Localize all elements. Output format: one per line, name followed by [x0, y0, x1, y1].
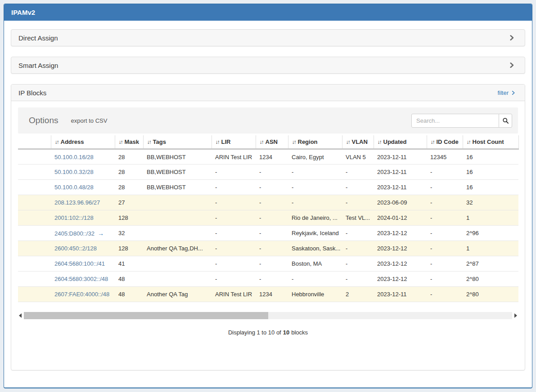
column-header-host-count[interactable]: ↓↑Host Count: [463, 135, 518, 149]
chevron-right-icon: [509, 35, 515, 41]
table-row: 2604:5680:3002::/4848----2023-12-12-2^80: [18, 272, 518, 287]
column-header-lir[interactable]: ↓↑LIR: [212, 135, 256, 149]
column-header-asn[interactable]: ↓↑ASN: [256, 135, 288, 149]
sort-icon: ↓↑: [467, 139, 470, 145]
address-link[interactable]: 2405:D800::/32: [54, 230, 95, 237]
spacer-cell: [18, 210, 51, 226]
cell-region: Saskatoon, Sask...: [288, 241, 342, 256]
search-button[interactable]: [499, 114, 512, 128]
column-label: ASN: [266, 138, 278, 145]
column-header-vlan[interactable]: ↓↑VLAN: [342, 135, 374, 149]
address-link[interactable]: 50.100.0.16/28: [54, 154, 94, 160]
horizontal-scrollbar[interactable]: [18, 312, 518, 319]
cell-host-count: 16: [463, 180, 518, 195]
app-window: IPAMv2 Direct Assign Smart Assign IP Blo…: [4, 4, 532, 388]
filter-label: filter: [497, 89, 509, 96]
cell-host-count: 1: [463, 210, 518, 226]
cell-updated: 2024-01-12: [374, 210, 427, 226]
cell-host-count: 1: [463, 241, 518, 256]
smart-assign-title: Smart Assign: [18, 62, 58, 69]
ip-blocks-table-body: 50.100.0.16/2828BB,WEBHOSTARIN Test LIR1…: [18, 149, 518, 302]
ip-blocks-table: ↓↑Address ↓↑Mask ↓↑Tags ↓↑LIR ↓↑ASN ↓↑Re…: [18, 135, 519, 302]
address-link[interactable]: 2607:FAE0:4000::/48: [54, 291, 109, 298]
table-row: 208.123.96.96/2727----2023-06-09-32: [18, 195, 518, 210]
cell-updated: 2023-12-12: [374, 272, 427, 287]
spacer-cell: [18, 165, 51, 180]
spacer-cell: [18, 256, 51, 272]
cell-host-count: 2^80: [463, 287, 518, 302]
cell-mask: 32: [115, 226, 143, 241]
column-header-region[interactable]: ↓↑Region: [288, 135, 342, 149]
cell-address: 2001:102::/128: [51, 210, 115, 226]
cell-mask: 28: [115, 149, 143, 165]
cell-vlan: Test VL...: [342, 210, 374, 226]
cell-updated: 2023-12-11: [374, 165, 427, 180]
cell-updated: 2023-12-12: [374, 226, 427, 241]
search-input[interactable]: [411, 114, 499, 128]
direct-assign-panel[interactable]: Direct Assign: [11, 29, 525, 46]
address-link[interactable]: 208.123.96.96/27: [54, 199, 100, 206]
cell-asn: -: [256, 226, 288, 241]
cell-vlan: -: [342, 256, 374, 272]
cell-updated: 2023-12-12: [374, 241, 427, 256]
scrollbar-track[interactable]: [24, 312, 512, 319]
cell-mask: 41: [115, 256, 143, 272]
address-link[interactable]: 2001:102::/128: [54, 214, 94, 221]
cell-lir: ARIN Test LIR: [212, 149, 256, 165]
app-body: Direct Assign Smart Assign IP Blocks fil…: [4, 21, 532, 384]
table-row: 50.100.0.16/2828BB,WEBHOSTARIN Test LIR1…: [18, 149, 518, 165]
address-link[interactable]: 50.100.0.48/28: [54, 184, 94, 191]
sort-icon: ↓↑: [216, 139, 219, 145]
cell-asn: 1234: [256, 149, 288, 165]
address-link[interactable]: 2600:450::2/128: [54, 245, 97, 252]
column-header-address[interactable]: ↓↑Address: [51, 135, 115, 149]
cell-host-count: 2^80: [463, 272, 518, 287]
column-label: Address: [61, 138, 84, 145]
cell-id-code: 12345: [427, 149, 463, 165]
sort-icon: ↓↑: [260, 139, 263, 145]
cell-lir: -: [212, 256, 256, 272]
cell-tags: BB,WEBHOST: [143, 180, 212, 195]
smart-assign-panel[interactable]: Smart Assign: [11, 57, 525, 74]
cell-region: -: [288, 272, 342, 287]
address-link[interactable]: 2604:5680:3002::/48: [54, 276, 108, 282]
cell-vlan: -: [342, 272, 374, 287]
cell-updated: 2023-12-11: [374, 180, 427, 195]
table-row: 50.100.0.48/2828BB,WEBHOST----2023-12-11…: [18, 180, 518, 195]
search-icon: [502, 117, 509, 124]
scrollbar-thumb[interactable]: [24, 312, 268, 319]
cell-updated: 2023-12-11: [374, 149, 427, 165]
cell-vlan: -: [342, 165, 374, 180]
cell-address: 2600:450::2/128: [51, 241, 115, 256]
cell-id-code: -: [427, 180, 463, 195]
cell-id-code: -: [427, 210, 463, 226]
address-link[interactable]: 50.100.0.32/28: [54, 169, 94, 175]
column-label: ID Code: [437, 138, 459, 145]
column-label: Updated: [383, 138, 407, 145]
cell-id-code: -: [427, 241, 463, 256]
cell-id-code: -: [427, 226, 463, 241]
sort-icon: ↓↑: [119, 139, 122, 145]
column-header-updated[interactable]: ↓↑Updated: [374, 135, 427, 149]
table-row: 2600:450::2/128128Another QA Tag,DH...--…: [18, 241, 518, 256]
cell-tags: BB,WEBHOST: [143, 149, 212, 165]
cell-lir: -: [212, 165, 256, 180]
chevron-right-icon: [509, 62, 515, 68]
column-header-tags[interactable]: ↓↑Tags: [143, 135, 212, 149]
address-link[interactable]: 2604:5680:100::/41: [54, 260, 105, 267]
scroll-right-arrow-icon[interactable]: [514, 313, 517, 318]
table-header-row: ↓↑Address ↓↑Mask ↓↑Tags ↓↑LIR ↓↑ASN ↓↑Re…: [18, 135, 518, 149]
table-row: 2405:D800::/32→32--Reykjavik, Iceland-20…: [18, 226, 518, 241]
sort-icon: ↓↑: [431, 139, 434, 145]
cell-region: Cairo, Egypt: [288, 149, 342, 165]
cell-id-code: -: [427, 287, 463, 302]
cell-lir: -: [212, 241, 256, 256]
scroll-left-arrow-icon[interactable]: [19, 313, 22, 318]
column-header-mask[interactable]: ↓↑Mask: [115, 135, 143, 149]
column-header-id-code[interactable]: ↓↑ID Code: [427, 135, 463, 149]
spacer-cell: [18, 272, 51, 287]
export-csv-link[interactable]: export to CSV: [71, 117, 107, 124]
cell-asn: -: [256, 210, 288, 226]
cell-mask: 27: [115, 195, 143, 210]
filter-link[interactable]: filter: [497, 89, 516, 96]
